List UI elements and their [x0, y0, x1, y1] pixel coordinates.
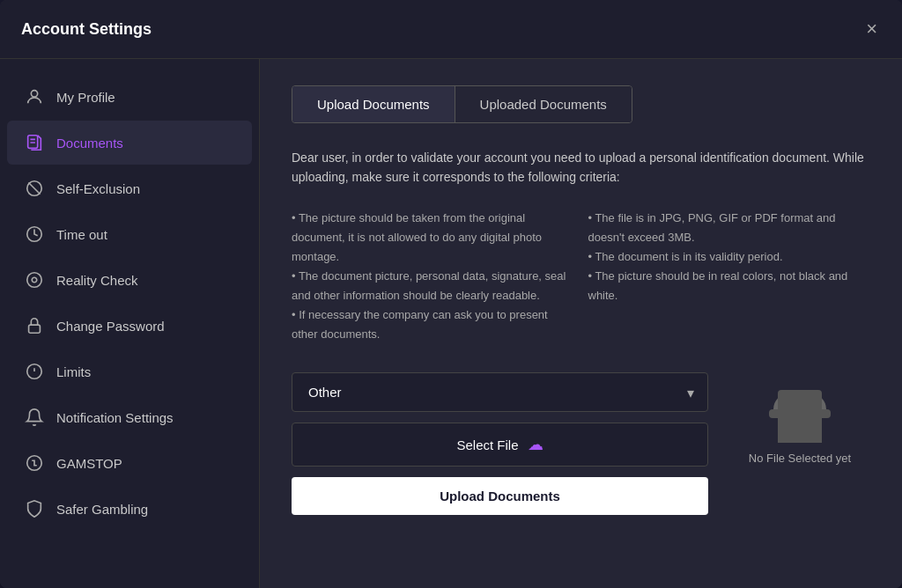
sidebar-item-notification-settings[interactable]: Notification Settings [7, 395, 252, 439]
upload-documents-button[interactable]: Upload Documents [292, 477, 708, 515]
sidebar-label-gamstop: GAMSTOP [56, 456, 122, 471]
tab-bar: Upload Documents Uploaded Documents [292, 85, 632, 123]
svg-point-8 [32, 277, 37, 283]
sidebar-label-safer-gambling: Safer Gambling [56, 502, 148, 517]
criteria-left-item-2: • The document picture, personal data, s… [292, 267, 574, 305]
time-out-icon [25, 224, 44, 244]
sidebar-label-notification-settings: Notification Settings [56, 410, 174, 425]
hat-body [778, 390, 822, 443]
criteria-left-item-1: • The picture should be taken from the o… [292, 209, 574, 267]
criteria-right-item-2: • The document is in its validity period… [588, 247, 871, 267]
no-file-icon [769, 390, 831, 443]
criteria-right: • The file is in JPG, PNG, GIF or PDF fo… [588, 209, 871, 345]
main-content: Upload Documents Uploaded Documents Dear… [260, 59, 902, 588]
sidebar-item-self-exclusion[interactable]: Self-Exclusion [7, 166, 252, 210]
limits-icon [25, 362, 44, 381]
safer-gambling-icon [25, 499, 44, 518]
change-password-icon [25, 316, 44, 335]
sidebar-label-self-exclusion: Self-Exclusion [56, 181, 140, 196]
sidebar-item-documents[interactable]: Documents [7, 121, 252, 165]
tab-upload-documents[interactable]: Upload Documents [292, 86, 455, 122]
svg-rect-9 [29, 325, 41, 333]
form-left: Other Passport ID Card Driver's License … [292, 372, 708, 515]
criteria-left: • The picture should be taken from the o… [292, 209, 574, 345]
notification-icon [25, 408, 44, 427]
intro-text: Dear user, in order to validate your acc… [292, 148, 870, 187]
reality-check-icon [25, 270, 44, 290]
close-button[interactable]: × [862, 16, 881, 42]
select-file-label: Select File [456, 437, 518, 452]
doc-type-dropdown-wrapper: Other Passport ID Card Driver's License … [292, 372, 708, 412]
modal-overlay: Account Settings × My Profile [0, 0, 902, 588]
profile-icon [25, 87, 44, 107]
svg-point-7 [27, 273, 42, 288]
sidebar-item-reality-check[interactable]: Reality Check [7, 258, 252, 302]
sidebar-label-limits: Limits [56, 364, 91, 379]
criteria-left-item-3: • If necessary the company can ask you t… [292, 305, 574, 344]
sidebar-item-change-password[interactable]: Change Password [7, 304, 252, 348]
svg-rect-1 [28, 136, 38, 149]
sidebar-item-limits[interactable]: Limits [7, 349, 252, 393]
modal-title: Account Settings [21, 20, 152, 39]
sidebar-item-safer-gambling[interactable]: Safer Gambling [7, 487, 252, 531]
sidebar-label-change-password: Change Password [56, 319, 165, 334]
sidebar-item-my-profile[interactable]: My Profile [7, 75, 252, 119]
sidebar-label-time-out: Time out [56, 227, 107, 242]
sidebar-label-my-profile: My Profile [56, 90, 115, 105]
documents-icon [25, 133, 44, 152]
form-section: Other Passport ID Card Driver's License … [292, 372, 870, 515]
no-file-text: No File Selected yet [749, 452, 851, 465]
criteria-right-item-3: • The picture should be in real colors, … [588, 267, 871, 305]
criteria-right-item-1: • The file is in JPG, PNG, GIF or PDF fo… [588, 209, 871, 247]
modal-body: My Profile Documents [0, 59, 902, 588]
modal-header: Account Settings × [0, 0, 902, 59]
criteria-grid: • The picture should be taken from the o… [292, 209, 870, 345]
self-exclusion-icon [25, 179, 44, 198]
select-file-button[interactable]: Select File ☁ [292, 423, 708, 467]
sidebar-item-time-out[interactable]: Time out [7, 212, 252, 256]
cloud-upload-icon: ☁ [528, 435, 543, 454]
sidebar-label-reality-check: Reality Check [56, 273, 138, 288]
sidebar-item-gamstop[interactable]: GAMSTOP [7, 441, 252, 485]
form-right: No File Selected yet [729, 372, 870, 482]
svg-point-0 [31, 91, 37, 97]
gamstop-icon [25, 453, 44, 473]
sidebar-label-documents: Documents [56, 136, 123, 151]
doc-type-select[interactable]: Other Passport ID Card Driver's License … [292, 372, 708, 412]
tab-uploaded-documents[interactable]: Uploaded Documents [455, 86, 632, 122]
sidebar: My Profile Documents [0, 59, 260, 588]
svg-line-5 [28, 182, 40, 194]
